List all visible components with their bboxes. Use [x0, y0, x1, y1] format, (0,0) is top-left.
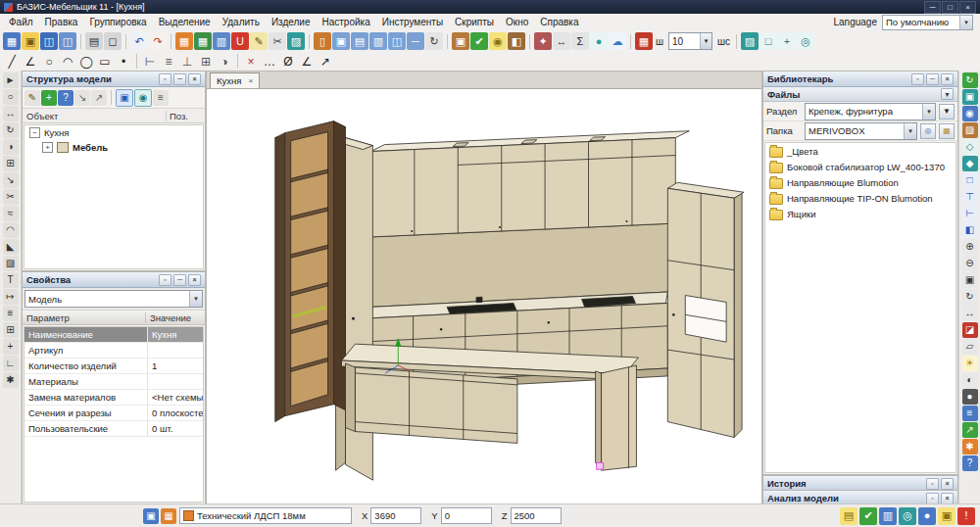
property-row[interactable]: Количество изделий1: [24, 359, 203, 374]
select-region-icon[interactable]: ▨: [741, 32, 759, 50]
unlink-icon[interactable]: ↗: [91, 90, 107, 106]
rod-icon[interactable]: ─: [407, 32, 424, 50]
property-row[interactable]: Пользовательские0 шт.: [24, 421, 203, 437]
library-folder-row[interactable]: Направляющие Blumotion: [765, 174, 956, 190]
menu-item[interactable]: Удалить: [217, 16, 266, 28]
ellipse-icon[interactable]: ◯: [77, 53, 95, 71]
panel-close-button[interactable]: ×: [188, 274, 201, 286]
globe-icon[interactable]: ●: [918, 507, 936, 525]
current-material-field[interactable]: Технический ЛДСП 18мм: [179, 507, 352, 524]
library-folder-row[interactable]: Боковой стабилизатор LW_400-1370: [765, 159, 956, 174]
diameter-icon[interactable]: Ø: [279, 53, 297, 71]
menu-item[interactable]: Настройка: [316, 16, 375, 28]
chevron-down-icon[interactable]: ▾: [922, 104, 935, 120]
panel-list-icon[interactable]: ▥: [213, 32, 230, 50]
link-icon[interactable]: ↘: [74, 90, 90, 106]
panel-float-button[interactable]: ▫: [926, 478, 939, 490]
menu-item[interactable]: Файл: [3, 16, 39, 28]
menu-item[interactable]: Группировка: [83, 16, 152, 28]
language-label[interactable]: Language: [834, 17, 878, 27]
section-select[interactable]: Крепеж, фурнитура ▾: [805, 103, 936, 120]
material-mode-icon[interactable]: ▦: [161, 508, 176, 524]
dimension-tool-icon[interactable]: ↦: [3, 289, 19, 305]
trim-icon[interactable]: ✂: [3, 189, 19, 205]
show-structure-icon[interactable]: ▣: [116, 89, 133, 107]
scale-icon[interactable]: ↘: [3, 172, 19, 188]
tab-close-icon[interactable]: ×: [248, 76, 253, 85]
property-row[interactable]: Сечения и разрезы0 плоскостей: [24, 406, 203, 421]
tree-row-child[interactable]: + Мебель: [24, 140, 203, 155]
lasso-icon[interactable]: ○: [3, 89, 19, 105]
target-icon[interactable]: ◎: [797, 32, 814, 50]
chamfer-icon[interactable]: ◣: [3, 239, 19, 255]
align-center-icon[interactable]: ≡: [160, 53, 177, 71]
minimize-button[interactable]: ─: [924, 1, 941, 14]
property-row[interactable]: Артикул: [24, 343, 203, 359]
rectangle-icon[interactable]: ▭: [96, 53, 114, 71]
top-view-icon[interactable]: ⊤: [962, 189, 978, 205]
menu-item[interactable]: Инструменты: [376, 16, 449, 28]
shadow-icon[interactable]: ◐: [962, 372, 978, 388]
distribute-icon[interactable]: ⊞: [197, 53, 215, 71]
lights-icon[interactable]: ☀: [962, 356, 978, 371]
menu-item[interactable]: Изделие: [266, 16, 317, 28]
kitchen-3d-viewport[interactable]: [207, 89, 761, 503]
monitor-icon[interactable]: ▣: [962, 89, 978, 105]
properties-scope-select[interactable]: Модель ▾: [24, 290, 203, 308]
edit-icon[interactable]: ✎: [250, 32, 268, 50]
move-icon[interactable]: ↔: [3, 106, 19, 121]
menu-item[interactable]: Справка: [534, 16, 584, 28]
snap-icon[interactable]: +: [778, 32, 796, 50]
mirror-tool-icon[interactable]: ◑: [3, 139, 19, 155]
chevron-down-icon[interactable]: ▾: [904, 123, 916, 139]
folder-select[interactable]: MERIVOBOX ▾: [805, 122, 917, 140]
box-icon[interactable]: ▣: [332, 32, 350, 50]
library-folder-row[interactable]: _Цвета: [765, 143, 956, 159]
show-list-icon[interactable]: ≡: [153, 90, 169, 106]
circle-icon[interactable]: ○: [40, 53, 58, 71]
object-info-icon[interactable]: ?: [58, 90, 74, 106]
pan-icon[interactable]: ↔: [962, 306, 978, 321]
chevron-down-icon[interactable]: ▾: [189, 291, 202, 307]
dimension-icon[interactable]: ↔: [553, 32, 570, 50]
mirror-icon[interactable]: ◑: [216, 53, 233, 71]
zoom-out-icon[interactable]: ⊖: [962, 256, 978, 271]
scripts-icon[interactable]: ▥: [879, 507, 897, 525]
close-button[interactable]: ×: [959, 1, 976, 14]
section-expand-button[interactable]: ▼: [939, 104, 955, 120]
grid-icon[interactable]: ▦: [194, 32, 212, 50]
z-coordinate-input[interactable]: 2500: [511, 507, 562, 524]
search-icon[interactable]: ◎: [920, 123, 936, 139]
front-view-icon[interactable]: □: [962, 172, 978, 188]
select-icon[interactable]: ►: [3, 72, 19, 88]
shaded-icon[interactable]: ◆: [962, 156, 978, 171]
fillet-icon[interactable]: ◠: [3, 222, 19, 238]
edit-object-icon[interactable]: ✎: [24, 90, 40, 106]
camera-icon[interactable]: ●: [962, 389, 978, 405]
panel-minimize-button[interactable]: ─: [173, 73, 186, 85]
menu-item[interactable]: Окно: [500, 16, 534, 28]
library-folder-row[interactable]: Направляющие TIP-ON Blumotion: [765, 190, 956, 206]
refresh-view-icon[interactable]: ↻: [962, 72, 978, 88]
files-section-header[interactable]: Файлы ▼: [763, 87, 957, 102]
stats-icon[interactable]: ≡: [962, 406, 978, 421]
texture-icon[interactable]: ▨: [962, 122, 978, 138]
shelf-icon[interactable]: ▤: [351, 32, 368, 50]
cut-icon[interactable]: ✂: [269, 32, 286, 50]
line-icon[interactable]: ╱: [3, 53, 21, 71]
chevron-down-icon[interactable]: ▾: [700, 33, 711, 49]
angle-icon[interactable]: ∠: [298, 53, 316, 71]
arc-icon[interactable]: ◠: [59, 53, 76, 71]
kitchen-3d-model[interactable]: [207, 89, 761, 503]
cabinet-icon[interactable]: ▯: [314, 32, 331, 50]
render-icon[interactable]: ◉: [962, 106, 978, 121]
settings-icon[interactable]: ✱: [3, 372, 19, 388]
snap-toggle-icon[interactable]: +: [3, 339, 19, 355]
collapse-section-icon[interactable]: ▼: [941, 88, 954, 100]
library-folder-row[interactable]: Ящики: [765, 206, 956, 221]
chevron-down-icon[interactable]: ▾: [959, 16, 972, 29]
print-icon[interactable]: ▤: [85, 32, 103, 50]
undo-icon[interactable]: ↶: [130, 32, 148, 50]
copy-icon[interactable]: ⊞: [3, 156, 19, 171]
rotate-icon[interactable]: ↻: [425, 32, 443, 50]
